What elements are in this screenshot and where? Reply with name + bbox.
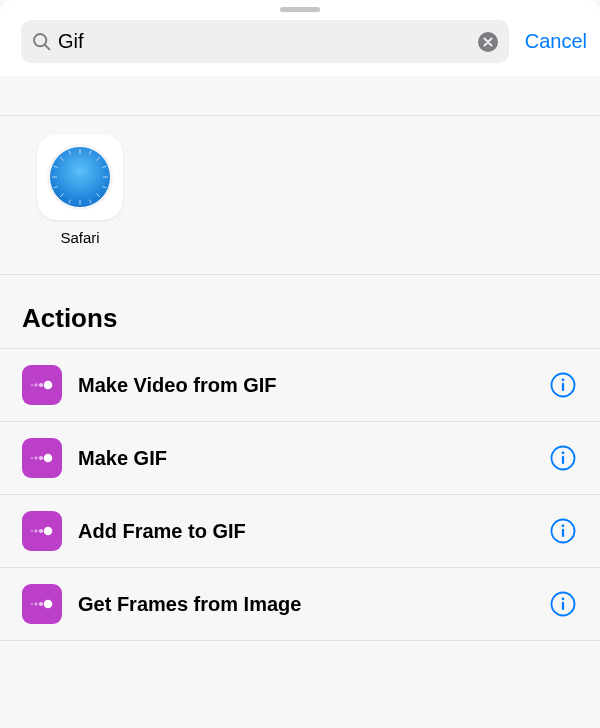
app-label: Safari [60,229,99,246]
search-row: Cancel [0,12,600,76]
svg-point-32 [31,457,34,460]
svg-point-25 [31,384,34,387]
svg-point-30 [562,378,565,381]
gif-action-icon [22,438,62,478]
svg-point-47 [34,602,37,605]
app-item-safari[interactable]: Safari [36,134,124,246]
action-list: Make Video from GIF [0,348,600,641]
section-spacer [0,76,600,116]
svg-point-49 [44,600,53,609]
svg-point-44 [562,524,565,527]
action-row-make-video-from-gif[interactable]: Make Video from GIF [0,349,600,422]
action-title: Get Frames from Image [78,593,534,616]
svg-rect-52 [562,602,564,610]
action-row-get-frames-from-image[interactable]: Get Frames from Image [0,568,600,641]
info-icon[interactable] [550,591,576,617]
action-title: Make Video from GIF [78,374,534,397]
action-row-add-frame-to-gif[interactable]: Add Frame to GIF [0,495,600,568]
svg-point-28 [44,381,53,390]
gif-action-icon [22,584,62,624]
search-input[interactable] [52,30,477,53]
search-field[interactable] [21,20,509,63]
apps-section: Safari [0,116,600,274]
info-icon[interactable] [550,518,576,544]
gif-action-icon [22,511,62,551]
content: Safari Actions Make Video from GIF [0,76,600,728]
svg-point-33 [34,456,37,459]
svg-point-42 [44,527,53,536]
safari-icon [37,134,123,220]
action-row-make-gif[interactable]: Make GIF [0,422,600,495]
search-icon [31,31,52,52]
svg-point-37 [562,451,565,454]
svg-point-35 [44,454,53,463]
info-icon[interactable] [550,372,576,398]
svg-point-34 [39,456,43,460]
actions-header: Actions [0,274,600,348]
svg-point-40 [34,529,37,532]
svg-rect-38 [562,456,564,464]
svg-point-27 [39,383,43,387]
svg-point-46 [31,603,34,606]
action-title: Make GIF [78,447,534,470]
svg-point-41 [39,529,43,533]
svg-point-51 [562,597,565,600]
cancel-button[interactable]: Cancel [523,30,589,53]
svg-point-26 [34,383,37,386]
gif-action-icon [22,365,62,405]
sheet: Cancel [0,0,600,728]
action-title: Add Frame to GIF [78,520,534,543]
svg-rect-45 [562,529,564,537]
info-icon[interactable] [550,445,576,471]
svg-line-1 [45,45,49,49]
clear-icon[interactable] [477,31,499,53]
svg-rect-31 [562,383,564,391]
svg-point-39 [31,530,34,533]
svg-point-48 [39,602,43,606]
